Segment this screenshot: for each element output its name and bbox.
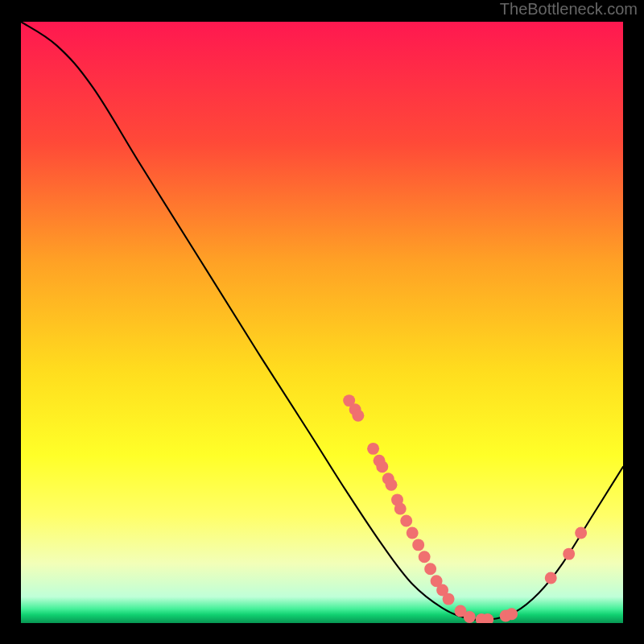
data-marker <box>376 460 388 473</box>
data-markers <box>343 394 587 623</box>
data-marker <box>575 526 587 539</box>
data-marker <box>352 410 364 422</box>
data-marker <box>407 526 419 539</box>
data-marker <box>563 548 575 560</box>
data-marker <box>419 551 431 563</box>
data-marker <box>424 563 436 575</box>
attribution-text: TheBottleneck.com <box>500 0 638 19</box>
data-marker <box>367 443 379 455</box>
data-marker <box>506 608 518 620</box>
bottleneck-curve <box>21 22 623 620</box>
data-marker <box>443 593 455 605</box>
data-marker <box>545 572 557 584</box>
curve-layer <box>21 22 623 623</box>
data-marker <box>386 479 398 491</box>
data-marker <box>464 611 476 623</box>
plot-area <box>21 22 623 623</box>
chart-container: TheBottleneck.com <box>0 0 644 644</box>
data-marker <box>400 515 412 527</box>
data-marker <box>412 539 424 551</box>
data-marker <box>394 503 407 515</box>
